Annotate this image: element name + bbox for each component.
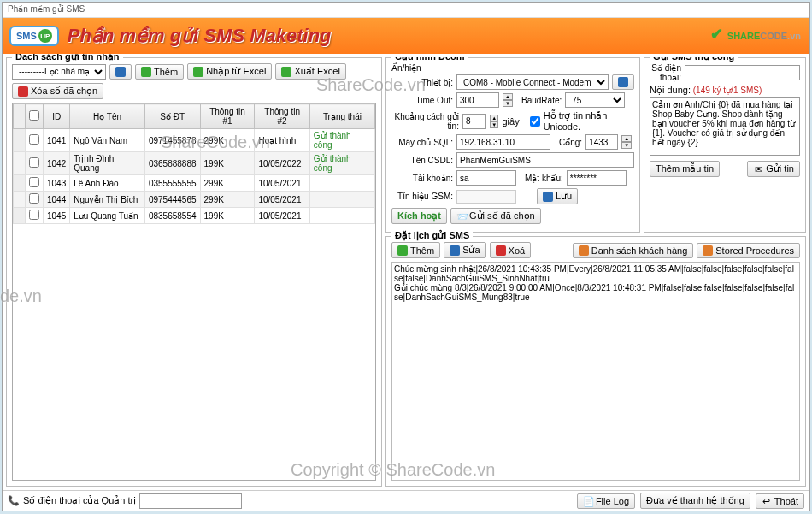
gsm-signal-display [456,190,516,204]
schedule-group-title: Đặt lịch gửi SMS [391,230,473,241]
banner-title: Phần mềm gửi SMS Maketing [68,25,332,47]
exit-icon: ↩ [762,496,772,506]
logo-up-badge: UP [38,29,52,43]
plus-icon [141,67,151,77]
user-input[interactable] [456,170,516,186]
show-hide-label[interactable]: Ẩn/hiện [391,63,634,73]
col-rowheader [14,104,26,129]
table-row[interactable]: 1045Lưu Quang Tuấn0835658554199K10/05/20… [14,208,375,224]
contacts-table: ID Họ Tên Số ĐT Thông tin #1 Thông tin #… [13,103,375,224]
export-excel-button[interactable]: Xuất Excel [275,63,345,80]
col-name[interactable]: Họ Tên [70,104,145,129]
schedule-list[interactable]: Chúc mừng sinh nhật|26/8/2021 10:43:35 P… [391,262,800,481]
table-row[interactable]: 1044Nguyễn Thị Bích0975444565299K10/05/2… [14,192,375,208]
delete-icon [18,86,28,97]
window-titlebar: Phần mềm gửi SMS [3,3,809,18]
systray-button[interactable]: Đưa về thanh hệ thống [640,493,750,509]
row-checkbox[interactable] [29,210,39,220]
col-phone[interactable]: Số ĐT [144,104,200,129]
sql-input[interactable] [456,134,550,150]
sharecode-logo: ✔ SHARECODE.vn [710,25,801,44]
col-info2[interactable]: Thông tin #2 [255,104,309,129]
pass-input[interactable] [567,170,627,186]
customers-button[interactable]: Danh sách khách hàng [573,243,694,258]
timeout-input[interactable] [456,92,499,108]
edit-icon [450,245,460,256]
gsm-label: Tín hiệu GSM: [391,192,453,201]
network-filter-select[interactable]: ---------Lọc nhà mạng--------- [12,64,106,80]
plus-icon [397,245,408,256]
db-label: Tên CSDL: [391,156,453,165]
device-label: Thiết bị: [391,78,453,87]
row-checkbox[interactable] [29,157,39,168]
gap-input[interactable] [462,114,486,129]
refresh-button[interactable] [109,64,132,80]
content-label: Nội dung: [650,85,691,95]
port-input[interactable] [585,134,618,150]
baud-select[interactable]: 75 [565,92,625,108]
gap-spinner[interactable]: ▲▼ [490,115,499,128]
col-status[interactable]: Trạng thái [309,104,374,129]
manual-phone-input[interactable] [685,65,800,80]
header-banner: SMS UP Phần mềm gửi SMS Maketing ✔ SHARE… [3,18,809,54]
phone-icon: 📞 [8,495,20,506]
refresh-icon [115,67,126,77]
stored-proc-button[interactable]: Stored Procedures [697,243,800,258]
excel-import-icon [193,67,203,77]
gap-unit: giây [502,116,519,127]
manual-phone-label: Số điện thoại: [650,63,681,82]
template-button[interactable]: Thêm mẫu tin [650,161,720,177]
unicode-label: Hỗ trợ tin nhắn Unicode. [544,110,634,132]
import-excel-button[interactable]: Nhập từ Excel [187,63,272,80]
gap-label: Khoảng cách gửi tin: [391,112,459,131]
row-checkbox[interactable] [29,177,39,187]
add-button[interactable]: Thêm [135,64,184,80]
manual-content-textarea[interactable]: Cảm ơn Anh/Chị {0} đã mua hàng tại Shop … [650,97,800,156]
send-sms-button[interactable]: ✉Gửi tin [747,161,800,177]
logo-text: SMS [16,31,37,41]
dcom-group-title: Cấu hình Dcom [391,57,468,62]
people-icon [579,245,589,256]
refresh-icon [618,77,628,87]
table-row[interactable]: 1042Trịnh Đình Quang0365888888199K10/05/… [14,152,375,175]
port-spinner[interactable]: ▲▼ [621,135,632,149]
row-checkbox[interactable] [29,193,39,204]
unicode-checkbox[interactable] [530,116,540,127]
delete-icon [496,245,506,256]
char-counter: (149 ký tự/1 SMS) [693,86,762,95]
excel-export-icon [281,67,291,77]
exit-button[interactable]: ↩Thoát [756,493,804,509]
col-info1[interactable]: Thông tin #1 [200,104,255,129]
schedule-edit-button[interactable]: Sửa [444,242,485,258]
filelog-button[interactable]: 📄File Log [577,493,635,509]
user-label: Tài khoản: [391,174,453,183]
footer-bar: 📞 Số điện thoại của Quản trị 📄File Log Đ… [3,490,809,511]
schedule-add-button[interactable]: Thêm [391,242,440,258]
send-selected-button[interactable]: 📨Gửi số đã chọn [450,208,541,224]
logo: SMS UP [9,26,59,46]
admin-phone-label: Số điện thoại của Quản trị [23,495,136,506]
schedule-delete-button[interactable]: Xoá [490,242,532,258]
timeout-label: Time Out: [391,96,453,105]
col-id[interactable]: ID [44,104,70,129]
db-input[interactable] [456,152,634,168]
device-select[interactable]: COM8 - Mobile Connect - Modem [456,74,609,90]
row-checkbox[interactable] [29,134,39,145]
baud-label: BaudRate: [521,96,562,105]
pass-label: Mật khẩu: [525,174,563,183]
timeout-spinner[interactable]: ▲▼ [503,93,513,107]
save-button[interactable]: Lưu [537,188,578,204]
save-icon [543,192,553,202]
sql-label: Máy chủ SQL: [391,138,453,147]
admin-phone-input[interactable] [139,493,242,509]
table-row[interactable]: 1041Ngô Văn Nam0971455878299KHoạt hìnhGử… [14,129,375,152]
db-icon [703,245,713,256]
device-refresh-button[interactable] [612,74,634,90]
delete-selected-button[interactable]: Xóa số đã chọn [12,83,103,99]
left-group-title: Dach sách gửi tin nhắn [12,54,123,62]
select-all-checkbox[interactable] [29,110,39,121]
table-row[interactable]: 1043Lê Anh Đào0355555555299K10/05/2021 [14,175,375,192]
envelope-icon: ✉ [753,164,763,174]
col-checkbox[interactable] [26,104,44,129]
activate-button[interactable]: Kích hoạt [391,208,447,224]
